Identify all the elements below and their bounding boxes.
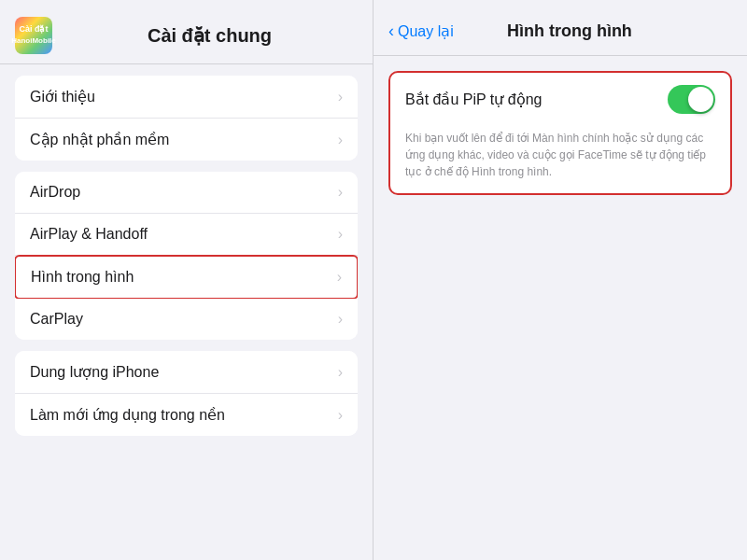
settings-group-2-inner: AirDrop › AirPlay & Handoff › Hình trong…: [15, 172, 358, 340]
settings-row-cap-nhat[interactable]: Cập nhật phần mềm ›: [15, 119, 358, 161]
chevron-icon-airplay: ›: [338, 226, 343, 243]
back-label: Quay lại: [398, 22, 454, 40]
settings-group-1-inner: Giới thiệu › Cập nhật phần mềm ›: [15, 76, 358, 161]
chevron-icon-lam-moi: ›: [338, 407, 343, 424]
right-panel: ‹ Quay lại Hình trong hình Bắt đầu PiP t…: [374, 0, 747, 560]
right-content: Bắt đầu PiP tự động Khi bạn vuốt lên để …: [374, 56, 747, 210]
logo: Cài đặt HanoiMobile: [15, 17, 52, 54]
settings-label-hinh-trong-hinh: Hình trong hình: [31, 269, 134, 286]
left-header: Cài đặt HanoiMobile Cài đặt chung: [0, 0, 373, 64]
settings-label-airdrop: AirDrop: [30, 184, 80, 201]
settings-label-cap-nhat: Cập nhật phần mềm: [30, 131, 169, 148]
toggle-knob: [688, 87, 713, 112]
settings-row-airplay[interactable]: AirPlay & Handoff ›: [15, 214, 358, 256]
settings-row-dung-luong[interactable]: Dung lượng iPhone ›: [15, 351, 358, 394]
settings-row-airdrop[interactable]: AirDrop ›: [15, 172, 358, 214]
chevron-icon-gioi-thieu: ›: [338, 89, 343, 105]
back-chevron-icon: ‹: [388, 21, 394, 41]
settings-label-airplay: AirPlay & Handoff: [30, 226, 148, 243]
settings-row-carplay[interactable]: CarPlay ›: [15, 299, 358, 340]
right-header-title: Hình trong hình: [454, 21, 685, 41]
right-header: ‹ Quay lại Hình trong hình: [374, 0, 747, 56]
chevron-icon-carplay: ›: [338, 311, 343, 328]
settings-label-dung-luong: Dung lượng iPhone: [30, 363, 159, 381]
pip-card: Bắt đầu PiP tự động Khi bạn vuốt lên để …: [388, 71, 732, 195]
left-panel: Cài đặt HanoiMobile Cài đặt chung Giới t…: [0, 0, 374, 560]
chevron-icon-hinh-trong-hinh: ›: [337, 269, 342, 286]
settings-label-gioi-thieu: Giới thiệu: [30, 88, 95, 105]
settings-row-lam-moi[interactable]: Làm mới ứng dụng trong nền ›: [15, 394, 358, 436]
settings-group-2: AirDrop › AirPlay & Handoff › Hình trong…: [0, 172, 373, 340]
settings-group-3-inner: Dung lượng iPhone › Làm mới ứng dụng tro…: [15, 351, 358, 436]
back-button[interactable]: ‹ Quay lại: [388, 21, 454, 41]
settings-label-carplay: CarPlay: [30, 311, 83, 328]
chevron-icon-cap-nhat: ›: [338, 132, 343, 148]
logo-line1: Cài đặt: [19, 24, 48, 34]
pip-toggle-label: Bắt đầu PiP tự động: [405, 91, 542, 108]
pip-toggle-switch[interactable]: [668, 85, 715, 114]
settings-row-gioi-thieu[interactable]: Giới thiệu ›: [15, 76, 358, 119]
settings-label-lam-moi: Làm mới ứng dụng trong nền: [30, 406, 225, 424]
pip-description: Khi bạn vuốt lên để đi tới Màn hình chín…: [390, 126, 730, 193]
pip-toggle-row: Bắt đầu PiP tự động: [390, 73, 730, 126]
settings-group-1: Giới thiệu › Cập nhật phần mềm ›: [0, 76, 373, 161]
left-header-title: Cài đặt chung: [62, 24, 358, 47]
chevron-icon-dung-luong: ›: [338, 364, 343, 381]
settings-row-hinh-trong-hinh[interactable]: Hình trong hình ›: [15, 255, 358, 300]
logo-line2: HanoiMobile: [11, 36, 56, 45]
chevron-icon-airdrop: ›: [338, 184, 343, 201]
settings-group-3: Dung lượng iPhone › Làm mới ứng dụng tro…: [0, 351, 373, 436]
